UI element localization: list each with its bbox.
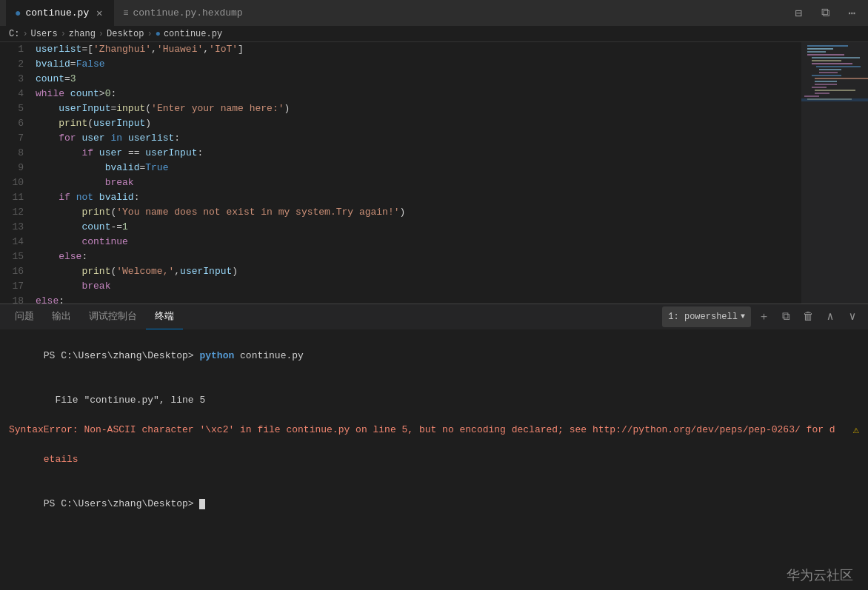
code-line-6: print(userInput)	[36, 116, 798, 131]
breadcrumb-users[interactable]: Users	[31, 29, 58, 39]
code-line-12: print('You name does not exist in my sys…	[36, 205, 798, 220]
editor-layout-icon[interactable]: ⊟	[788, 3, 809, 24]
svg-rect-16	[815, 90, 855, 91]
svg-rect-18	[804, 95, 819, 97]
warning-icon: ⚠	[853, 423, 859, 438]
panel-tabs: 问题 输出 调试控制台 终端 1: powershell ▼ ＋ ⧉ 🗑 ∧ ∨	[0, 304, 868, 329]
svg-rect-13	[815, 81, 837, 82]
svg-rect-20	[801, 98, 868, 101]
breadcrumb-zhang[interactable]: zhang	[69, 29, 96, 39]
code-line-11: if not bvalid:	[36, 190, 798, 205]
svg-rect-15	[812, 87, 827, 88]
svg-rect-8	[816, 66, 861, 67]
split-terminal-button[interactable]: ⧉	[776, 307, 795, 326]
close-icon[interactable]: ✕	[93, 7, 105, 19]
code-line-4: while count>0:	[36, 87, 798, 101]
svg-rect-3	[807, 51, 826, 53]
svg-rect-6	[812, 60, 841, 61]
breadcrumb: C: › Users › zhang › Desktop › ● continu…	[0, 26, 868, 42]
panel-tab-issues[interactable]: 问题	[6, 304, 43, 329]
terminal-line-5: PS C:\Users\zhang\Desktop>	[9, 482, 859, 526]
new-terminal-button[interactable]: ＋	[754, 307, 773, 326]
terminal-line-3: SyntaxError: Non-ASCII character '\xc2' …	[9, 423, 859, 438]
code-line-16: print('Welcome,',userInput)	[36, 264, 798, 279]
code-line-14: continue	[36, 235, 798, 249]
line-numbers: 1 2 3 4 5 6 7 8 9 10 11 12 13 14 15 16 1…	[0, 42, 30, 304]
svg-rect-2	[807, 48, 833, 50]
code-line-8: if user == userInput:	[36, 146, 798, 161]
code-area[interactable]: 1 2 3 4 5 6 7 8 9 10 11 12 13 14 15 16 1…	[0, 42, 798, 304]
svg-rect-5	[812, 57, 860, 58]
code-line-2: bvalid=False	[36, 57, 798, 72]
code-line-9: bvalid=True	[36, 161, 798, 175]
code-line-18: else:	[36, 294, 798, 304]
terminal-selector[interactable]: 1: powershell ▼	[662, 306, 751, 327]
tab-label-hexdump: continue.py.hexdump	[133, 7, 242, 19]
terminal-line-1: PS C:\Users\zhang\Desktop> python contin…	[9, 334, 859, 378]
title-bar: ● continue.py ✕ ≡ continue.py.hexdump ⊟ …	[0, 0, 868, 26]
code-content[interactable]: userlist=['Zhanghui','Huawei','IoT'] bva…	[30, 42, 798, 304]
panel-tab-terminal-label: 终端	[155, 309, 174, 323]
panel-tab-debug-label: 调试控制台	[89, 309, 137, 323]
python-icon: ●	[15, 7, 21, 19]
svg-rect-1	[807, 45, 848, 47]
tab-continue-py[interactable]: ● continue.py ✕	[6, 0, 114, 26]
split-editor-icon[interactable]: ⧉	[815, 3, 835, 24]
svg-rect-9	[819, 69, 841, 70]
code-line-13: count-=1	[36, 220, 798, 235]
svg-rect-12	[815, 78, 868, 79]
terminal-line-2: File "continue.py", line 5	[9, 378, 859, 423]
code-line-7: for user in userlist:	[36, 131, 798, 146]
tab-label-active: continue.py	[25, 7, 89, 19]
panel-chevron-up-icon[interactable]: ∧	[821, 307, 840, 326]
tab-hexdump[interactable]: ≡ continue.py.hexdump	[114, 0, 251, 26]
breadcrumb-file[interactable]: continue.py	[164, 29, 222, 39]
title-bar-actions: ⊟ ⧉ ⋯	[788, 3, 862, 24]
terminal-cursor	[199, 499, 205, 509]
panel-tab-debug[interactable]: 调试控制台	[80, 304, 146, 329]
editor-container: 1 2 3 4 5 6 7 8 9 10 11 12 13 14 15 16 1…	[0, 42, 868, 304]
terminal[interactable]: PS C:\Users\zhang\Desktop> python contin…	[0, 329, 868, 591]
code-line-1: userlist=['Zhanghui','Huawei','IoT']	[36, 42, 798, 57]
svg-rect-4	[807, 54, 844, 56]
code-line-5: userInput=input('Enter your name here:')	[36, 101, 798, 116]
svg-rect-10	[819, 72, 838, 73]
code-line-10: break	[36, 175, 798, 190]
terminal-line-4: etails	[9, 438, 859, 482]
svg-rect-14	[815, 84, 837, 85]
panel-chevron-down-icon[interactable]: ∨	[843, 307, 862, 326]
terminal-area: PS C:\Users\zhang\Desktop> python contin…	[0, 329, 868, 591]
code-line-15: else:	[36, 249, 798, 264]
panel-actions: 1: powershell ▼ ＋ ⧉ 🗑 ∧ ∨	[662, 306, 862, 327]
panel-tab-issues-label: 问题	[15, 309, 34, 323]
kill-terminal-button[interactable]: 🗑	[798, 307, 818, 326]
minimap-canvas	[801, 42, 868, 304]
breadcrumb-c[interactable]: C:	[9, 29, 19, 39]
panel-tab-output[interactable]: 输出	[43, 304, 80, 329]
svg-rect-7	[812, 63, 852, 64]
breadcrumb-desktop[interactable]: Desktop	[107, 29, 144, 39]
file-icon: ≡	[123, 8, 128, 19]
python-breadcrumb-icon: ●	[156, 29, 161, 39]
terminal-selector-label: 1: powershell	[668, 312, 738, 322]
panel-tab-terminal[interactable]: 终端	[146, 304, 183, 329]
svg-rect-17	[815, 93, 829, 94]
svg-rect-11	[812, 75, 841, 76]
minimap	[801, 42, 868, 304]
code-line-3: count=3	[36, 72, 798, 87]
chevron-down-icon: ▼	[741, 312, 745, 321]
more-actions-icon[interactable]: ⋯	[841, 3, 862, 24]
panel-tab-output-label: 输出	[52, 309, 71, 323]
code-line-17: break	[36, 279, 798, 294]
